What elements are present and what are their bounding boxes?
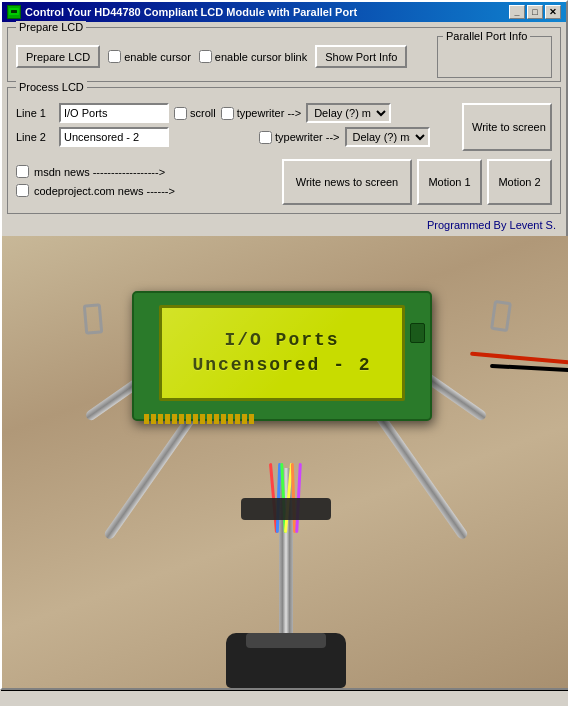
- process-lcd-group: Process LCD Line 1 scroll typewriter --: [7, 87, 561, 214]
- lcd-line2: Uncensored - 2: [192, 353, 371, 378]
- typewriter1-checkbox[interactable]: [221, 107, 234, 120]
- codeproject-label: codeproject.com news ------>: [34, 185, 175, 197]
- scroll-checkbox[interactable]: [174, 107, 187, 120]
- titlebar-controls: _ □ ✕: [509, 5, 561, 19]
- app-icon: [7, 5, 21, 19]
- titlebar: Control Your HD44780 Compliant LCD Modul…: [2, 2, 566, 22]
- process-lcd-legend: Process LCD: [16, 81, 87, 93]
- window-content: Prepare LCD Prepare LCD enable cursor en…: [2, 22, 566, 236]
- base-mid: [246, 633, 326, 648]
- enable-cursor-checkbox[interactable]: [108, 50, 121, 63]
- msdn-label: msdn news ------------------>: [34, 166, 165, 178]
- svg-rect-1: [11, 10, 17, 13]
- line1-label: Line 1: [16, 107, 54, 119]
- line2-input[interactable]: [59, 127, 169, 147]
- prepare-lcd-group: Prepare LCD Prepare LCD enable cursor en…: [7, 27, 561, 82]
- scroll-label: scroll: [190, 107, 216, 119]
- bottom-row: msdn news ------------------> codeprojec…: [16, 159, 552, 205]
- parallel-port-info-legend: Parallel Port Info: [443, 30, 530, 42]
- prepare-lcd-button[interactable]: Prepare LCD: [16, 45, 100, 68]
- lcd-screen: I/O Ports Uncensored - 2: [159, 305, 405, 401]
- main-window: Control Your HD44780 Compliant LCD Modul…: [0, 0, 568, 690]
- close-button[interactable]: ✕: [545, 5, 561, 19]
- msdn-row: msdn news ------------------>: [16, 165, 175, 178]
- delay1-select[interactable]: Delay (?) ms: [306, 103, 391, 123]
- bottom-right: Write news to screen Motion 1 Motion 2: [282, 159, 552, 205]
- parallel-port-info-box: Parallel Port Info: [437, 36, 552, 78]
- lcd-line1: I/O Ports: [224, 328, 339, 353]
- scroll-wrap: scroll: [174, 107, 216, 120]
- titlebar-left: Control Your HD44780 Compliant LCD Modul…: [7, 5, 357, 19]
- news-area: msdn news ------------------> codeprojec…: [16, 159, 552, 205]
- lcd-photo: I/O Ports Uncensored - 2: [2, 236, 568, 688]
- write-btn-area: Write to screen: [462, 103, 552, 151]
- typewriter2-label: typewriter -->: [275, 131, 340, 143]
- motion2-button[interactable]: Motion 2: [487, 159, 552, 205]
- typewriter2-checkbox[interactable]: [259, 131, 272, 144]
- enable-cursor-wrap: enable cursor: [108, 50, 191, 63]
- cable-strap: [241, 498, 331, 520]
- codeproject-row: codeproject.com news ------>: [16, 184, 175, 197]
- prepare-lcd-legend: Prepare LCD: [16, 21, 86, 33]
- line1-row: Line 1 scroll typewriter --> Delay (?) m…: [16, 103, 457, 123]
- window-title: Control Your HD44780 Compliant LCD Modul…: [25, 6, 357, 18]
- enable-cursor-blink-label: enable cursor blink: [215, 51, 307, 63]
- enable-cursor-blink-wrap: enable cursor blink: [199, 50, 307, 63]
- show-port-button[interactable]: Show Port Info: [315, 45, 407, 68]
- line2-label: Line 2: [16, 131, 54, 143]
- delay2-select[interactable]: Delay (?) ms: [345, 127, 430, 147]
- credit-area: Programmed By Levent S.: [7, 219, 561, 231]
- lcd-module-pcb: I/O Ports Uncensored - 2: [132, 291, 432, 421]
- motion1-button[interactable]: Motion 1: [417, 159, 482, 205]
- enable-cursor-blink-checkbox[interactable]: [199, 50, 212, 63]
- msdn-checkbox[interactable]: [16, 165, 29, 178]
- bottom-left: msdn news ------------------> codeprojec…: [16, 165, 175, 199]
- pcb-pins: [144, 414, 420, 424]
- credit-link[interactable]: Programmed By Levent S.: [422, 217, 561, 233]
- codeproject-checkbox[interactable]: [16, 184, 29, 197]
- line1-input[interactable]: [59, 103, 169, 123]
- pcb-component1: [410, 323, 425, 343]
- clip-left: [83, 303, 104, 334]
- write-news-button[interactable]: Write news to screen: [282, 159, 412, 205]
- typewriter1-wrap: typewriter -->: [221, 107, 302, 120]
- maximize-button[interactable]: □: [527, 5, 543, 19]
- typewriter1-label: typewriter -->: [237, 107, 302, 119]
- line2-row: Line 2 typewriter --> Delay (?) ms: [16, 127, 457, 147]
- minimize-button[interactable]: _: [509, 5, 525, 19]
- write-to-screen-button[interactable]: Write to screen: [462, 103, 552, 151]
- process-inner: Line 1 scroll typewriter --> Delay (?) m…: [16, 103, 552, 151]
- typewriter2-wrap: typewriter -->: [259, 131, 340, 144]
- lines-area: Line 1 scroll typewriter --> Delay (?) m…: [16, 103, 457, 151]
- enable-cursor-label: enable cursor: [124, 51, 191, 63]
